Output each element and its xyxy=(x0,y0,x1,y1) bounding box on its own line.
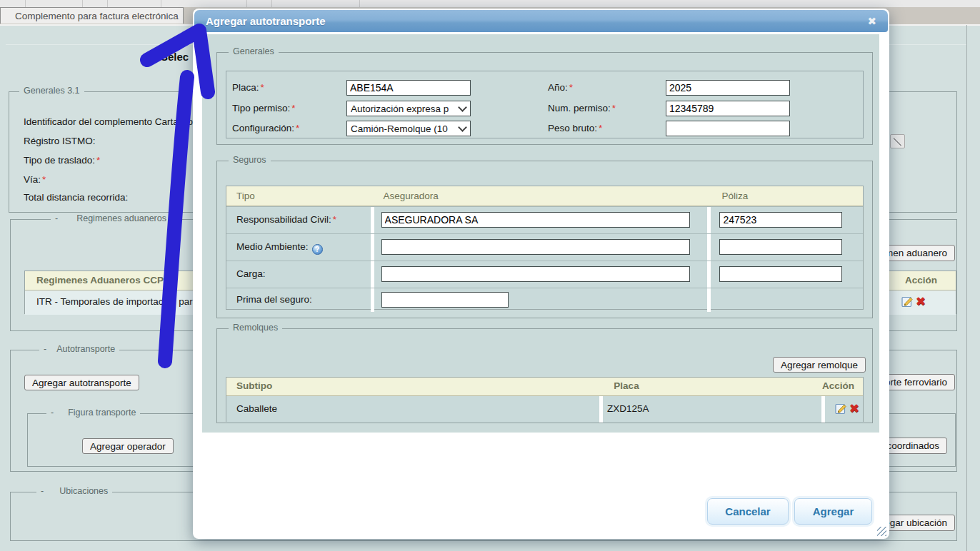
close-icon[interactable]: ✖ xyxy=(867,15,876,28)
tab-divider xyxy=(359,0,360,7)
collapse-toggle[interactable]: - xyxy=(41,486,44,496)
configuracion-label-text: Configuración: xyxy=(232,123,294,133)
col-subtipo: Subtipo xyxy=(236,380,272,391)
poliza-empty-cell xyxy=(711,288,863,312)
aseguradora-cell xyxy=(374,234,708,261)
required-marker: * xyxy=(291,103,295,113)
tab-divider xyxy=(246,0,247,7)
num-permiso-label: Num. permiso:* xyxy=(548,103,616,113)
tab-complemento[interactable]: Complemento para factura electrónica xyxy=(0,7,184,24)
tab-divider xyxy=(271,0,272,7)
carga-label-text: Carga: xyxy=(236,268,266,279)
row-actions: ✖ xyxy=(901,295,926,308)
legend-figura-text: Figura transporte xyxy=(68,408,136,418)
resize-handle[interactable] xyxy=(877,527,886,536)
collapse-toggle[interactable]: - xyxy=(44,344,46,354)
seguros-row-prima: Prima del seguro: xyxy=(226,288,863,312)
anio-label: Año:* xyxy=(548,82,573,93)
delete-icon[interactable]: ✖ xyxy=(916,295,926,308)
chevron-down-icon xyxy=(458,103,467,112)
configuracion-label: Configuración:* xyxy=(232,123,299,133)
edit-icon[interactable] xyxy=(901,295,914,308)
required-marker: * xyxy=(296,123,299,133)
generales-inner-box: Placa:* Año:* Tipo permiso:* Autorizació… xyxy=(226,71,864,138)
num-permiso-label-text: Num. permiso: xyxy=(548,103,611,113)
poliza-cell xyxy=(711,261,863,288)
seguros-table-header: Tipo Aseguradora Póliza xyxy=(226,186,863,206)
aseguradora-rc-input[interactable] xyxy=(381,212,690,228)
required-marker: * xyxy=(599,123,602,133)
placa-input[interactable] xyxy=(346,80,471,96)
agregar-autotransporte-button[interactable]: Agregar autotransporte xyxy=(24,375,139,390)
legend-remolques: Remolques xyxy=(229,323,282,333)
aseguradora-ma-input[interactable] xyxy=(381,239,690,255)
col-poliza: Póliza xyxy=(707,191,863,201)
anio-input[interactable] xyxy=(666,80,790,96)
label-via: Vía:* xyxy=(24,174,46,185)
required-marker: * xyxy=(42,174,46,185)
agregar-label: Agregar xyxy=(813,505,854,517)
remolques-table-header: Subtipo Placa Acción xyxy=(226,378,863,396)
prima-label: Prima del seguro: xyxy=(226,288,371,312)
remolques-table: Subtipo Placa Acción Caballete ZXD125A xyxy=(226,377,864,422)
agregar-remolque-label: Agregar remolque xyxy=(781,360,858,370)
aseguradora-cell xyxy=(374,207,708,233)
carga-label: Carga: xyxy=(226,261,371,288)
agregar-remolque-button[interactable]: Agregar remolque xyxy=(773,357,866,373)
label-traslado-text: Tipo de traslado: xyxy=(24,155,95,166)
num-permiso-input[interactable] xyxy=(666,101,790,116)
remolques-table-row: Caballete ZXD125A ✖ xyxy=(226,396,863,423)
modal-agregar-autotransporte: Agregar autotransporte ✖ Generales Placa… xyxy=(193,9,889,539)
select-expander-icon[interactable] xyxy=(890,134,905,148)
tipo-permiso-select[interactable]: Autorización expresa p xyxy=(346,101,471,116)
tab-label: Complemento para factura electrónica xyxy=(15,11,179,21)
legend-autotransporte: -Autotransporte xyxy=(39,344,119,354)
required-marker: * xyxy=(333,214,336,225)
configuracion-select[interactable]: Camión-Remolque (10 xyxy=(346,121,471,136)
poliza-carga-input[interactable] xyxy=(719,266,842,282)
responsabilidad-label-text: Responsabilidad Civil: xyxy=(236,214,331,225)
cancelar-label: Cancelar xyxy=(725,505,770,517)
collapse-toggle[interactable]: - xyxy=(51,408,54,418)
label-tipo-traslado: Tipo de traslado:* xyxy=(24,155,100,166)
poliza-cell xyxy=(711,207,863,233)
poliza-rc-input[interactable] xyxy=(719,212,842,228)
modal-header[interactable]: Agregar autotransporte ✖ xyxy=(194,10,888,32)
peso-bruto-label-text: Peso bruto: xyxy=(548,123,597,133)
legend-regimenes: -Regimenes aduaneros * xyxy=(51,213,178,223)
row-actions: ✖ xyxy=(835,403,859,415)
placa-label-text: Placa: xyxy=(232,82,259,93)
legend-regimenes-text: Regimenes aduaneros xyxy=(76,213,169,223)
peso-bruto-input[interactable] xyxy=(666,121,790,136)
edit-icon[interactable] xyxy=(835,403,848,415)
column-separator xyxy=(599,396,603,423)
peso-bruto-label: Peso bruto:* xyxy=(548,123,602,133)
tab-divider xyxy=(161,0,161,7)
poliza-ma-input[interactable] xyxy=(719,239,842,255)
help-icon[interactable]: ? xyxy=(312,244,323,255)
legend-generales: Generales xyxy=(229,46,279,56)
required-marker: * xyxy=(612,103,616,113)
tab-divider xyxy=(107,0,108,7)
collapse-toggle[interactable]: - xyxy=(55,213,58,223)
required-marker: * xyxy=(170,213,174,223)
prima-input[interactable] xyxy=(381,292,509,308)
aseguradora-carga-input[interactable] xyxy=(381,266,690,282)
agregar-operador-label: Agregar operador xyxy=(90,441,166,452)
col-accion: Acción xyxy=(822,380,854,391)
tab-divider xyxy=(82,0,83,7)
col-tipo: Tipo xyxy=(226,191,371,201)
cancelar-button[interactable]: Cancelar xyxy=(707,498,789,525)
anio-label-text: Año: xyxy=(548,82,568,93)
agregar-button[interactable]: Agregar xyxy=(794,498,872,525)
label-identificador: Identificador del complemento Carta Port… xyxy=(24,116,207,127)
label-identificador-text: Identificador del complemento Carta Port… xyxy=(24,116,207,127)
legend-figura: -Figura transporte xyxy=(46,408,140,418)
required-marker: * xyxy=(96,155,100,166)
agregar-operador-button[interactable]: Agregar operador xyxy=(82,438,174,454)
agregar-autotransporte-label: Agregar autotransporte xyxy=(32,378,131,388)
delete-icon[interactable]: ✖ xyxy=(849,403,859,415)
modal-fieldset-remolques: Remolques Agregar remolque Subtipo Placa… xyxy=(216,328,873,423)
modal-fieldset-seguros: Seguros Tipo Aseguradora Póliza Responsa… xyxy=(216,161,873,318)
seguros-table: Tipo Aseguradora Póliza Responsabilidad … xyxy=(226,186,864,310)
